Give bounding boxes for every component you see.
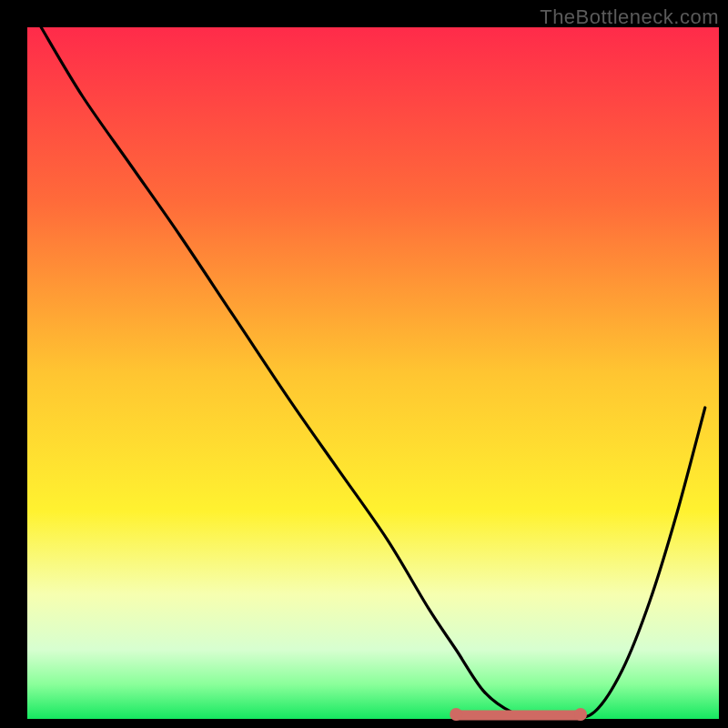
- watermark-text: TheBottleneck.com: [540, 5, 719, 29]
- svg-rect-1: [27, 27, 719, 719]
- flat-region-end-dot: [574, 708, 587, 721]
- chart-container: TheBottleneck.com: [0, 0, 728, 728]
- bottleneck-chart: [0, 0, 728, 728]
- flat-region-start-dot: [450, 708, 462, 721]
